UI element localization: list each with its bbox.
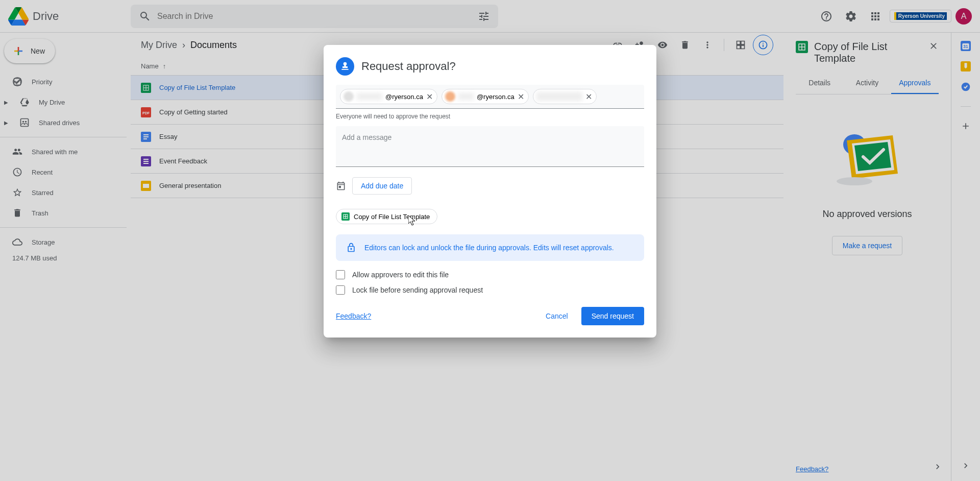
svg-point-2 (22, 121, 24, 123)
nav-my-drive[interactable]: ▶ My Drive (0, 92, 127, 112)
support-button[interactable] (816, 6, 837, 27)
nav-starred[interactable]: Starred (0, 182, 127, 203)
make-request-button[interactable]: Make a request (832, 236, 903, 255)
allow-edit-checkbox[interactable]: Allow approvers to edit this file (336, 270, 644, 279)
nav-recent[interactable]: Recent (0, 162, 127, 182)
svg-rect-13 (143, 138, 147, 139)
cursor-icon (408, 215, 415, 226)
feedback-link[interactable]: Feedback? (336, 312, 371, 320)
add-due-date-button[interactable]: Add due date (352, 177, 412, 195)
search-bar[interactable] (131, 5, 498, 28)
remove-chip-icon[interactable]: ✕ (585, 92, 592, 102)
header-actions: Ryerson University A (816, 6, 972, 27)
search-options-icon[interactable] (478, 10, 490, 22)
nav-priority[interactable]: Priority (0, 71, 127, 92)
add-addon-icon[interactable] (961, 121, 971, 131)
breadcrumb-current[interactable]: Documents (190, 40, 237, 51)
tab-activity[interactable]: Activity (843, 73, 891, 94)
remove-chip-icon[interactable]: ✕ (426, 92, 433, 102)
approver-chip: @ryerson.ca ✕ (442, 89, 529, 104)
info-banner: Editors can lock and unlock the file dur… (336, 234, 644, 261)
sheets-icon (796, 41, 808, 53)
details-title: Copy of File List Template (814, 41, 922, 64)
svg-point-25 (837, 177, 872, 185)
tasks-addon-icon[interactable] (961, 82, 971, 92)
shareddrives-icon (19, 117, 30, 128)
more-button[interactable] (697, 35, 718, 55)
close-icon[interactable] (928, 41, 939, 51)
svg-rect-12 (143, 136, 149, 137)
tab-approvals[interactable]: Approvals (891, 73, 939, 94)
approver-avatar (445, 91, 455, 102)
tab-details[interactable]: Details (796, 73, 843, 94)
settings-button[interactable] (841, 6, 861, 27)
forms-icon (141, 156, 151, 166)
svg-rect-15 (143, 159, 149, 160)
approver-chip: @ryerson.ca ✕ (340, 89, 437, 104)
details-tabs: Details Activity Approvals (796, 73, 939, 94)
delete-button[interactable] (675, 35, 695, 55)
priority-icon (12, 77, 22, 87)
pdf-icon: PDF (141, 107, 151, 117)
app-title: Drive (33, 10, 59, 23)
app-header: Drive Ryerson University A (0, 0, 980, 33)
shared-icon (12, 147, 22, 157)
file-name: General presentation (159, 182, 221, 189)
sheets-icon (341, 212, 350, 221)
svg-rect-17 (143, 163, 149, 164)
expand-icon[interactable]: ▶ (4, 120, 10, 126)
approver-avatar (344, 91, 354, 102)
recent-icon (12, 167, 22, 177)
star-icon (12, 187, 22, 198)
search-input[interactable] (157, 12, 472, 21)
hide-panel-icon[interactable] (961, 461, 971, 471)
file-name: Copy of Getting started (159, 108, 228, 116)
keep-addon-icon[interactable] (961, 61, 971, 71)
nav-storage[interactable]: Storage (0, 232, 127, 252)
lock-file-checkbox[interactable]: Lock file before sending approval reques… (336, 285, 644, 295)
account-avatar[interactable]: A (955, 8, 972, 25)
approvers-field[interactable]: @ryerson.ca ✕ @ryerson.ca ✕ ✕ (336, 85, 644, 109)
helper-text: Everyone will need to approve the reques… (336, 113, 644, 120)
apps-button[interactable] (865, 6, 886, 27)
new-button[interactable]: New (4, 39, 55, 63)
panel-feedback-link[interactable]: Feedback? (796, 465, 828, 473)
side-panel-rail: 31 (951, 33, 980, 481)
drive-logo-icon (8, 6, 29, 27)
grid-view-button[interactable] (730, 35, 751, 55)
nav-trash[interactable]: Trash (0, 203, 127, 223)
send-request-button[interactable]: Send request (581, 307, 644, 325)
calendar-icon (336, 181, 346, 191)
calendar-addon-icon[interactable]: 31 (961, 41, 971, 51)
approver-chip: ✕ (533, 89, 597, 104)
org-badge[interactable]: Ryerson University (890, 10, 951, 22)
file-chip: Copy of File List Template (336, 209, 437, 224)
svg-rect-19 (143, 184, 149, 188)
docs-icon (141, 132, 151, 142)
file-name: Essay (159, 133, 177, 140)
logo-area[interactable]: Drive (8, 6, 131, 27)
chevron-right-icon: › (182, 40, 185, 51)
expand-icon[interactable]: ▶ (4, 100, 10, 105)
breadcrumb: My Drive › Documents (141, 40, 237, 51)
details-panel: Copy of File List Template Details Activ… (783, 33, 951, 481)
chevron-right-icon[interactable] (933, 462, 943, 472)
lock-icon (346, 243, 356, 253)
nav-shared-with-me[interactable]: Shared with me (0, 141, 127, 162)
search-icon (139, 10, 151, 22)
dialog-title: Request approval? (361, 60, 456, 73)
breadcrumb-parent[interactable]: My Drive (141, 40, 177, 51)
nav-shared-drives[interactable]: ▶ Shared drives (0, 112, 127, 133)
message-input[interactable]: Add a message (336, 126, 644, 167)
cancel-button[interactable]: Cancel (536, 307, 577, 325)
svg-rect-11 (143, 134, 149, 135)
plus-icon (12, 45, 24, 57)
sort-arrow-icon[interactable]: ↑ (163, 62, 166, 70)
remove-chip-icon[interactable]: ✕ (518, 92, 524, 102)
info-button[interactable] (753, 35, 773, 55)
mydrive-icon (19, 97, 30, 107)
sheets-icon (141, 83, 151, 93)
no-approved-text: No approved versions (822, 209, 912, 220)
request-approval-dialog: Request approval? @ryerson.ca ✕ @ryerson… (324, 45, 656, 338)
storage-icon (12, 237, 22, 247)
